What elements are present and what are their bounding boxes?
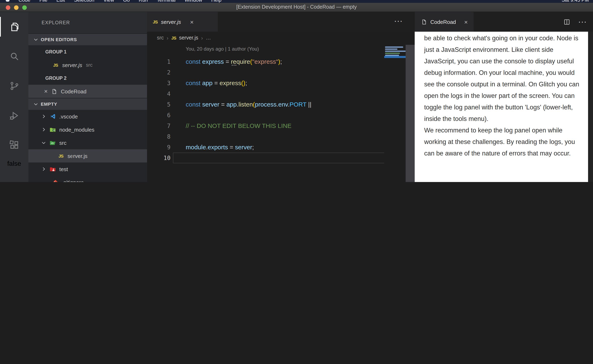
code-line-7[interactable]: 7// -- DO NOT EDIT BELOW THIS LINE: [147, 121, 406, 131]
line-number: 2: [147, 69, 171, 76]
src-file-icon: </>: [49, 139, 56, 146]
menu-item-selection[interactable]: Selection: [74, 0, 94, 3]
tab-coderoad[interactable]: CodeRoad ×: [415, 12, 473, 32]
tree-item-server-js[interactable]: JSserver.js: [28, 149, 147, 162]
indent-guide: [72, 149, 73, 162]
code-line-6[interactable]: 6: [147, 110, 406, 121]
activity-extensions-icon[interactable]: [0, 130, 28, 160]
menu-item-terminal[interactable]: Terminal: [157, 0, 176, 3]
node-file-icon: JS: [49, 126, 56, 133]
js-file-icon: JS: [52, 62, 59, 68]
open-editors-group-label: GROUP 2: [28, 72, 147, 85]
vertical-scrollbar[interactable]: [406, 45, 415, 182]
open-editors-header[interactable]: OPEN EDITORS: [28, 33, 147, 45]
line-number: 5: [147, 101, 171, 108]
menu-item-run[interactable]: Run: [139, 0, 148, 3]
menu-item-code[interactable]: Code: [19, 0, 30, 3]
line-number: 6: [147, 112, 171, 118]
window-title: [Extension Development Host] - CodeRoad …: [0, 4, 593, 10]
editor-group: JS server.js × ··· src›JSserver.js›… You…: [147, 12, 415, 182]
line-number: 9: [147, 144, 171, 150]
tree-item-node_modules[interactable]: JSnode_modules: [28, 123, 147, 136]
menu-item-file[interactable]: File: [39, 0, 47, 3]
chevron-down-icon: [41, 140, 46, 145]
code-line-4[interactable]: 4: [147, 88, 406, 99]
close-tab-icon[interactable]: ×: [190, 19, 194, 25]
js-file-icon: JS: [171, 35, 176, 40]
vscode-window: CodeFileEditSelectionViewGoRunTerminalWi…: [0, 0, 593, 182]
js-file-icon: JS: [153, 19, 158, 24]
line-number: 3: [147, 80, 171, 86]
line-number: 8: [147, 133, 171, 140]
line-number: 1: [147, 58, 171, 65]
svg-text:</>: </>: [51, 142, 54, 144]
code-line-3[interactable]: 3const app = express();: [147, 78, 406, 88]
breadcrumb-item[interactable]: src: [157, 35, 164, 41]
chevron-right-icon: [41, 114, 46, 119]
macos-menu-bar: CodeFileEditSelectionViewGoRunTerminalWi…: [0, 0, 593, 3]
panel-tab-bar: CodeRoad × ···: [415, 12, 593, 32]
code-line-5[interactable]: 5const server = app.listen(process.env.P…: [147, 99, 406, 110]
menu-item-edit[interactable]: Edit: [56, 0, 65, 3]
open-editor-item-coderoad[interactable]: ×CodeRoad: [28, 85, 147, 98]
codelens-annotation[interactable]: You, 20 days ago | 1 author (You): [186, 46, 259, 52]
panel-more-actions-icon[interactable]: ···: [579, 18, 587, 25]
tree-item--gitignore[interactable]: .gitignore: [28, 176, 147, 182]
menu-time: Sat 9:45 PM: [562, 0, 589, 3]
activity-search-icon[interactable]: [0, 42, 28, 71]
explorer-sidebar: EXPLORER OPEN EDITORSGROUP 1JSserver.jss…: [28, 12, 147, 182]
file-icon: [51, 88, 58, 95]
coderoad-content: be able to check what's going on in your…: [415, 32, 593, 182]
chevron-right-icon: [41, 127, 46, 132]
chevron-down-icon: [33, 102, 38, 106]
line-number: 7: [147, 123, 171, 129]
editor-more-actions-icon[interactable]: ···: [394, 18, 403, 25]
panel-scrollbar[interactable]: [588, 32, 593, 182]
chevron-down-icon: [33, 37, 38, 42]
tab-server-js[interactable]: JS server.js ×: [147, 12, 218, 32]
line-number: 4: [147, 91, 171, 97]
breadcrumb-item[interactable]: server.js: [179, 35, 198, 41]
code-line-2[interactable]: 2: [147, 67, 406, 78]
menu-item-window[interactable]: Window: [185, 0, 202, 3]
menu-item-view[interactable]: View: [103, 0, 114, 3]
breadcrumb-item[interactable]: …: [206, 35, 211, 41]
chevron-right-icon: [41, 167, 46, 171]
apple-menu-icon[interactable]: [6, 0, 9, 3]
line-number: 10: [147, 155, 171, 161]
activity-source-control-icon[interactable]: [0, 71, 28, 101]
svg-text:JS: JS: [53, 129, 55, 131]
test-file-icon: [49, 166, 56, 172]
minimap-slider[interactable]: [384, 56, 406, 58]
open-editor-item-server-js[interactable]: JSserver.jssrc: [28, 58, 147, 72]
activity-run-debug-icon[interactable]: [0, 101, 28, 130]
menu-item-help[interactable]: Help: [211, 0, 221, 3]
close-editor-icon[interactable]: ×: [44, 88, 48, 95]
folder-section-header[interactable]: EMPTY: [28, 98, 147, 110]
breadcrumb-separator: ›: [201, 35, 203, 41]
code-line-9[interactable]: 9module.exports = server;: [147, 142, 406, 153]
split-editor-icon[interactable]: [563, 18, 570, 25]
vscode-file-icon: [49, 113, 56, 120]
coderoad-panel: CodeRoad × ··· be able to check what's g…: [415, 12, 593, 182]
explorer-title: EXPLORER: [28, 12, 147, 33]
tree-item-src[interactable]: </>src: [28, 136, 147, 149]
tree-item-test[interactable]: test: [28, 162, 147, 176]
breadcrumb-separator: ›: [167, 35, 168, 41]
code-line-8[interactable]: 8: [147, 131, 406, 142]
activity-bar: false⚙: [0, 12, 28, 182]
git-file-icon: [52, 179, 59, 182]
activity-files-icon[interactable]: [0, 12, 28, 42]
open-editors-group-label: GROUP 1: [28, 45, 147, 58]
code-line-1[interactable]: 1const express = require("express");: [147, 56, 406, 67]
file-icon: [420, 19, 427, 25]
breadcrumb: src›JSserver.js›…: [147, 32, 415, 44]
current-line-highlight: [173, 153, 406, 163]
minimap[interactable]: [384, 45, 406, 182]
menu-item-go[interactable]: Go: [123, 0, 130, 3]
tree-item--vscode[interactable]: .vscode: [28, 110, 147, 123]
lesson-text: be able to check what's going on in your…: [424, 32, 581, 159]
window-title-bar: [Extension Development Host] - CodeRoad …: [0, 3, 593, 12]
close-panel-tab-icon[interactable]: ×: [464, 19, 468, 25]
tab-label: server.js: [161, 19, 181, 25]
